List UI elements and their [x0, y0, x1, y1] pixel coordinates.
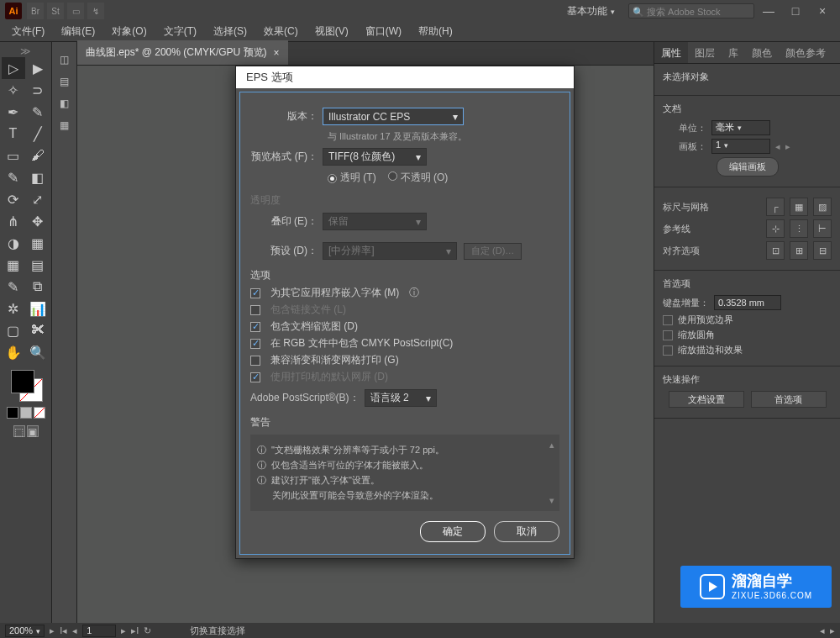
prefs-button[interactable]: 首选项	[751, 391, 827, 408]
ck-compat-gradient[interactable]	[250, 356, 260, 366]
tool-curvature[interactable]: ✎	[26, 101, 50, 123]
tool-symbol[interactable]: ✲	[2, 298, 25, 319]
workspace-switcher[interactable]: 基本功能	[567, 4, 615, 18]
guides-icon-2[interactable]: ⋮	[790, 219, 808, 238]
version-select[interactable]: Illustrator CC EPS▾	[323, 108, 464, 125]
ruler-icon[interactable]: ┌	[766, 198, 785, 216]
transparency-grid-icon[interactable]: ▨	[813, 198, 832, 216]
nav-last[interactable]: ↻	[144, 625, 151, 636]
postscript-select[interactable]: 语言级 2▾	[365, 389, 437, 407]
zoom-select[interactable]: 200%	[5, 625, 45, 637]
panel-icon-2[interactable]: ▤	[52, 71, 76, 92]
preview-select[interactable]: TIFF(8 位颜色)▾	[323, 148, 427, 166]
menu-select[interactable]: 选择(S)	[205, 22, 255, 41]
tool-slice[interactable]: ✀	[26, 319, 50, 341]
tool-direct-select[interactable]: ▶	[26, 57, 50, 79]
tab-color[interactable]: 颜色	[745, 42, 779, 63]
keyinc-input[interactable]	[714, 295, 781, 310]
ck-scale-corner[interactable]	[663, 330, 673, 340]
arrow-right-icon[interactable]: ▸	[785, 141, 790, 152]
tool-eyedropper[interactable]: ✎	[2, 276, 25, 298]
cancel-button[interactable]: 取消	[494, 521, 559, 542]
document-tab[interactable]: 曲线图.eps* @ 200% (CMYK/GPU 预览) ×	[77, 40, 288, 65]
doc-setup-button[interactable]: 文档设置	[669, 391, 744, 408]
snap-icon-1[interactable]: ⊡	[766, 241, 785, 260]
ck-preview-bounds[interactable]	[663, 315, 673, 325]
menu-view[interactable]: 视图(V)	[307, 22, 357, 41]
tool-artboard[interactable]: ▢	[2, 319, 25, 341]
tool-graph[interactable]: 📊	[26, 298, 50, 319]
tool-zoom[interactable]: 🔍	[26, 341, 50, 363]
tab-swatches[interactable]: 颜色参考	[779, 42, 832, 63]
radio-opaque[interactable]: 不透明 (O)	[388, 171, 449, 185]
snap-icon-3[interactable]: ⊟	[813, 241, 832, 260]
tool-type[interactable]: T	[2, 123, 25, 145]
menu-edit[interactable]: 编辑(E)	[53, 22, 103, 41]
nav-next[interactable]: ▸I	[131, 625, 139, 636]
ck-embed-fonts[interactable]	[250, 288, 260, 298]
maximize-button[interactable]: □	[783, 3, 808, 18]
close-tab-icon[interactable]: ×	[274, 47, 280, 59]
menu-effect[interactable]: 效果(C)	[255, 22, 307, 41]
guides-icon-1[interactable]: ⊹	[766, 219, 785, 238]
ck-doc-thumb[interactable]	[250, 322, 260, 332]
bridge-icon[interactable]: Br	[27, 3, 44, 19]
panel-icon-3[interactable]: ◧	[52, 92, 76, 114]
snap-icon-2[interactable]: ⊞	[790, 241, 808, 260]
tab-layers[interactable]: 图层	[688, 42, 722, 63]
artboard-select[interactable]: 1	[711, 139, 770, 154]
menu-file[interactable]: 文件(F)	[3, 22, 53, 41]
nav-back[interactable]: ◂	[72, 625, 77, 636]
scroll-down-icon[interactable]: ▾	[549, 495, 554, 506]
tool-shaper[interactable]: ✎	[2, 166, 25, 188]
tool-rect[interactable]: ▭	[2, 145, 25, 166]
tool-scale[interactable]: ⤢	[26, 188, 50, 210]
color-mode-row[interactable]	[7, 407, 45, 419]
tool-pen[interactable]: ✒	[2, 101, 25, 123]
ck-scale-stroke[interactable]	[663, 345, 673, 356]
page-input[interactable]: 1	[82, 625, 116, 637]
arrow-left-icon[interactable]: ◂	[775, 141, 780, 152]
tool-blend[interactable]: ⧉	[26, 276, 50, 298]
color-swatches[interactable]	[8, 366, 45, 403]
minimize-button[interactable]: —	[756, 3, 781, 18]
tool-line[interactable]: ╱	[26, 123, 50, 145]
scroll-up-icon[interactable]: ▴	[549, 440, 554, 451]
info-icon[interactable]: ⓘ	[409, 286, 419, 300]
tool-perspective[interactable]: ▦	[26, 232, 50, 254]
tool-selection[interactable]: ▷	[2, 57, 25, 79]
guides-icon-3[interactable]: ⊢	[813, 219, 832, 238]
tool-brush[interactable]: 🖌	[26, 145, 50, 166]
stock-icon[interactable]: St	[47, 3, 64, 19]
sync-icon[interactable]: ↯	[87, 3, 104, 19]
tool-rotate[interactable]: ⟳	[2, 188, 25, 210]
panel-icon-4[interactable]: ▦	[52, 114, 76, 136]
search-stock-input[interactable]: 🔍 搜索 Adobe Stock	[628, 3, 754, 18]
tool-lasso[interactable]: ⊃	[26, 79, 50, 101]
tool-hand[interactable]: ✋	[2, 341, 25, 363]
ck-cmyk-postscript[interactable]	[250, 339, 260, 349]
tool-mesh[interactable]: ▦	[2, 254, 25, 276]
close-button[interactable]: ×	[810, 3, 835, 18]
menu-type[interactable]: 文字(T)	[155, 22, 205, 41]
grid-icon[interactable]: ▦	[790, 198, 808, 216]
nav-first[interactable]: ▸	[50, 625, 55, 636]
tool-gradient[interactable]: ▤	[26, 254, 50, 276]
tool-eraser[interactable]: ◧	[26, 166, 50, 188]
units-select[interactable]: 毫米	[711, 120, 770, 135]
menu-object[interactable]: 对象(O)	[103, 22, 155, 41]
tool-wand[interactable]: ✧	[2, 79, 25, 101]
radio-transparent[interactable]: 透明 (T)	[328, 171, 376, 185]
tool-shapebuilder[interactable]: ◑	[2, 232, 25, 254]
arrange-icon[interactable]: ▭	[67, 3, 84, 19]
edit-artboard-button[interactable]: 编辑画板	[717, 157, 779, 177]
nav-prev[interactable]: I◂	[60, 625, 67, 636]
nav-fwd[interactable]: ▸	[121, 625, 126, 636]
panel-icon-1[interactable]: ◫	[52, 49, 76, 71]
tool-width[interactable]: ⋔	[2, 210, 25, 232]
tab-properties[interactable]: 属性	[654, 42, 688, 63]
tab-libraries[interactable]: 库	[722, 42, 745, 63]
menu-window[interactable]: 窗口(W)	[357, 22, 410, 41]
menu-help[interactable]: 帮助(H)	[410, 22, 461, 41]
screen-mode-row[interactable]: ⬚▣	[13, 425, 39, 437]
